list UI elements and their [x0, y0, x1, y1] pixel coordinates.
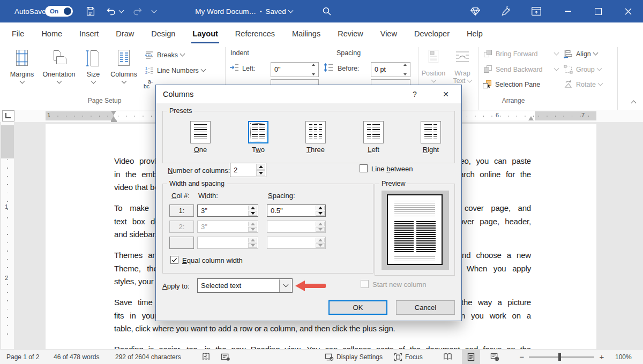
preset-left[interactable]: Left: [357, 121, 390, 154]
ok-button[interactable]: OK: [328, 300, 387, 315]
zoom-level[interactable]: 100%: [615, 350, 632, 364]
quick-access-overflow[interactable]: [152, 0, 156, 22]
zoom-slider-handle[interactable]: [558, 353, 561, 361]
tab-references[interactable]: References: [227, 22, 283, 45]
tab-mailings[interactable]: Mailings: [283, 22, 329, 45]
print-layout-button[interactable]: [462, 350, 480, 364]
autosave-toggle[interactable]: On: [45, 6, 73, 17]
collapse-ribbon-button[interactable]: [629, 96, 635, 106]
preset-right[interactable]: Right: [414, 121, 447, 154]
size-button[interactable]: Size: [81, 49, 105, 86]
premium-button[interactable]: [469, 0, 481, 22]
display-settings-button[interactable]: Display Settings: [325, 350, 383, 364]
equal-column-width-checkbox[interactable]: [170, 256, 178, 264]
character-count[interactable]: 292 of 2604 characters: [115, 350, 181, 364]
selection-pane-button[interactable]: Selection Pane: [482, 80, 540, 89]
word-window: AutoSave On My Word Docum… • Saved: [0, 0, 643, 364]
dialog-help-button[interactable]: ?: [408, 85, 422, 103]
save-icon: [85, 5, 96, 17]
tab-review[interactable]: Review: [329, 22, 372, 45]
number-of-columns-input[interactable]: 2: [230, 163, 266, 177]
spacing-before-input[interactable]: 0 pt: [371, 62, 410, 77]
preset-three[interactable]: Three: [299, 121, 332, 154]
undo-chevron-icon[interactable]: [119, 7, 124, 13]
dialog-close-button[interactable]: ✕: [437, 85, 455, 103]
tab-view[interactable]: View: [372, 22, 406, 45]
indent-left-spinner[interactable]: [310, 64, 317, 75]
columns-button[interactable]: Columns: [107, 49, 140, 86]
focus-label: Focus: [405, 353, 423, 361]
col-1-width-input[interactable]: 3": [197, 204, 258, 217]
document-title[interactable]: My Word Docum… • Saved: [182, 0, 305, 22]
group-button[interactable]: Group: [564, 65, 601, 74]
indent-left-input[interactable]: 0": [271, 62, 319, 77]
tab-design[interactable]: Design: [143, 22, 184, 45]
cancel-button[interactable]: Cancel: [396, 300, 455, 315]
line-numbers-icon: 12: [145, 66, 154, 75]
read-mode-button[interactable]: [438, 350, 457, 364]
page-indicator[interactable]: Page 1 of 2: [6, 350, 39, 364]
ribbon-display-button[interactable]: [530, 0, 542, 22]
tab-developer[interactable]: Developer: [406, 22, 458, 45]
tab-layout[interactable]: Layout: [184, 22, 227, 45]
breaks-button[interactable]: Breaks: [145, 50, 184, 59]
number-of-columns-spinner[interactable]: [256, 164, 265, 176]
search-button[interactable]: [322, 0, 332, 22]
premium-diamond-icon: [469, 5, 481, 17]
tab-home[interactable]: Home: [33, 22, 71, 45]
orientation-button[interactable]: Orientation: [40, 49, 78, 86]
hyphenation-button[interactable]: a- bc: [144, 79, 156, 89]
collapse-ribbon-chevron-icon: [631, 101, 637, 106]
bring-forward-button[interactable]: Bring Forward: [483, 49, 558, 58]
draw-tool-button[interactable]: [499, 0, 511, 22]
vruler-ticks: [7, 160, 8, 342]
wrap-text-button[interactable]: Wrap Text: [449, 49, 476, 85]
zoom-in-button[interactable]: +: [597, 350, 606, 364]
first-line-indent-marker[interactable]: [111, 111, 116, 115]
hanging-indent-marker[interactable]: [111, 116, 116, 120]
apply-to-dropdown-button[interactable]: [279, 279, 291, 292]
preset-one[interactable]: One: [184, 121, 217, 154]
apply-to-dropdown[interactable]: Selected text: [197, 278, 293, 293]
focus-button[interactable]: Focus: [394, 350, 423, 364]
svg-text:2: 2: [145, 70, 147, 75]
macro-recording-button[interactable]: [221, 350, 230, 364]
col-1-spacing-spinner[interactable]: [316, 206, 325, 216]
undo-button[interactable]: [105, 0, 123, 22]
col-1-width-spinner[interactable]: [248, 206, 257, 216]
dialog-close-icon: ✕: [443, 90, 449, 98]
line-numbers-button[interactable]: 12 Line Numbers: [145, 66, 205, 75]
send-backward-button[interactable]: Send Backward: [483, 65, 558, 74]
tab-help[interactable]: Help: [458, 22, 491, 45]
margins-button[interactable]: Margins: [6, 49, 38, 86]
zoom-slider-track[interactable]: [529, 357, 594, 358]
right-indent-marker[interactable]: [528, 116, 534, 120]
close-window-button[interactable]: [622, 0, 634, 22]
margins-label: Margins: [6, 71, 38, 78]
zoom-out-button[interactable]: −: [518, 350, 526, 364]
word-count[interactable]: 46 of 478 words: [54, 350, 99, 364]
save-button[interactable]: [85, 0, 96, 22]
apply-to-value: Selected text: [201, 282, 241, 290]
align-button[interactable]: Align: [564, 49, 597, 58]
spacing-before-spinner[interactable]: [402, 64, 408, 75]
dialog-title-bar[interactable]: Columns ? ✕: [156, 85, 461, 103]
line-numbers-label: Line Numbers: [157, 67, 199, 74]
col-1-spacing-input[interactable]: 0.5": [267, 204, 326, 217]
checkmark-icon: [171, 257, 177, 263]
preset-two-icon: [248, 121, 268, 143]
tab-selector[interactable]: [2, 110, 14, 122]
ruler-number-6: 6: [496, 112, 499, 118]
tab-file[interactable]: File: [3, 22, 33, 45]
redo-button[interactable]: [132, 0, 144, 22]
tab-insert[interactable]: Insert: [71, 22, 107, 45]
preset-two[interactable]: Two: [242, 121, 275, 154]
position-button[interactable]: Position: [419, 49, 448, 85]
tab-draw[interactable]: Draw: [107, 22, 143, 45]
line-between-checkbox[interactable]: [360, 164, 368, 172]
proofing-status-button[interactable]: [201, 350, 211, 364]
minimize-button[interactable]: [562, 0, 574, 22]
web-layout-button[interactable]: [485, 350, 504, 364]
maximize-button[interactable]: [592, 0, 604, 22]
rotate-button[interactable]: Rotate: [564, 80, 602, 89]
